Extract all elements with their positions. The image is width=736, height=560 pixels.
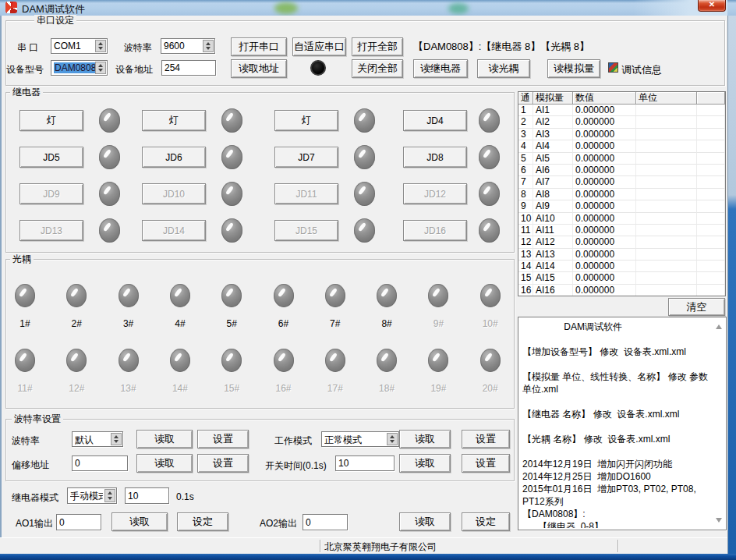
opto-led-15 — [221, 349, 242, 372]
auto-port-button[interactable]: 自适应串口 — [292, 37, 346, 56]
switch-time-input[interactable] — [335, 455, 395, 471]
relay-led-10 — [221, 182, 242, 206]
baud-set-button[interactable]: 设置 — [197, 430, 249, 448]
baud-label: 波特率 — [12, 434, 40, 448]
relay-button-2[interactable]: 灯 — [142, 110, 206, 131]
analog-row-AI13[interactable]: 13AI130.000000 — [518, 249, 725, 261]
relay-button-4[interactable]: JD4 — [403, 110, 467, 131]
debug-info-icon[interactable] — [608, 62, 618, 73]
switch-time-read-button[interactable]: 读取 — [399, 454, 451, 473]
analog-cell — [697, 105, 725, 116]
opto-label-3: 3# — [123, 318, 133, 329]
offset-input[interactable] — [72, 455, 128, 471]
analog-row-AI9[interactable]: 9AI90.000000 — [518, 200, 725, 212]
offset-read-button[interactable]: 读取 — [136, 454, 193, 473]
baudrate-select[interactable]: 9600 — [161, 38, 215, 54]
opto-led-16 — [274, 349, 294, 372]
relay-button-13: JD13 — [19, 220, 83, 241]
work-mode-select[interactable]: 正常模式 — [321, 431, 399, 447]
relay-mode-time-input[interactable] — [125, 487, 169, 504]
dropdown-icon[interactable] — [203, 40, 214, 52]
relay-button-1[interactable]: 灯 — [19, 110, 83, 131]
debug-log-panel[interactable]: DAM调试软件 【增加设备型号】 修改 设备表.xml.xml 【模拟量 单位、… — [518, 317, 727, 530]
open-all-button[interactable]: 打开全部 — [352, 37, 403, 56]
opto-label-19: 19# — [430, 383, 446, 394]
analog-cell — [636, 272, 697, 284]
baud-select[interactable]: 默认 — [72, 431, 123, 447]
opto-row-2: 11#12#13#14#15#16#17#18#19#20# — [6, 349, 514, 403]
analog-row-AI2[interactable]: 2AI20.000000 — [518, 116, 725, 128]
ao2-read-button[interactable]: 读取 — [399, 512, 451, 531]
analog-cell: AI2 — [533, 116, 573, 128]
scroll-up-icon[interactable] — [716, 324, 722, 329]
relay-button-8[interactable]: JD8 — [403, 147, 467, 168]
dropdown-icon[interactable] — [387, 433, 398, 445]
analog-row-AI12[interactable]: 12AI120.000000 — [518, 236, 725, 248]
opto-label-2: 2# — [72, 318, 82, 329]
analog-row-AI3[interactable]: 3AI30.000000 — [518, 129, 725, 140]
analog-row-AI11[interactable]: 11AI110.000000 — [518, 225, 725, 236]
work-mode-set-button[interactable]: 设置 — [462, 430, 510, 448]
debug-info-label[interactable]: 调试信息 — [621, 63, 662, 77]
com-port-select[interactable]: COM1 — [51, 38, 108, 54]
relay-button-5[interactable]: JD5 — [19, 147, 83, 168]
opto-channel-5: 5# — [206, 284, 257, 329]
ao2-set-button[interactable]: 设定 — [462, 512, 510, 531]
offset-set-button[interactable]: 设置 — [197, 454, 249, 473]
ao1-input[interactable] — [56, 514, 101, 530]
col-analog: 模拟量 — [533, 92, 573, 105]
ao1-read-button[interactable]: 读取 — [111, 512, 168, 531]
baud-read-button[interactable]: 读取 — [136, 430, 193, 448]
relay-mode-select[interactable]: 手动模式 — [67, 487, 117, 504]
analog-row-AI5[interactable]: 5AI50.000000 — [518, 153, 725, 165]
close-all-button[interactable]: 关闭全部 — [352, 59, 403, 78]
relay-button-3[interactable]: 灯 — [274, 110, 338, 131]
relay-led-14 — [221, 218, 242, 243]
analog-row-AI16[interactable]: 16AI160.000000 — [518, 285, 725, 296]
opto-channel-8: 8# — [361, 284, 412, 329]
analog-row-AI10[interactable]: 10AI100.000000 — [518, 213, 725, 225]
analog-row-AI4[interactable]: 4AI40.000000 — [518, 140, 725, 152]
read-analog-button[interactable]: 读模拟量 — [547, 59, 600, 78]
analog-cell: 9 — [518, 200, 533, 212]
device-model-select[interactable]: DAM0808 — [51, 60, 108, 76]
analog-cell: 0.000000 — [573, 129, 636, 140]
relay-button-6[interactable]: JD6 — [142, 147, 206, 168]
device-addr-input[interactable] — [161, 60, 216, 76]
app-icon — [5, 2, 17, 13]
opto-led-6 — [274, 284, 294, 307]
relay-button-7[interactable]: JD7 — [274, 147, 338, 168]
ao1-set-button[interactable]: 设定 — [177, 512, 228, 531]
analog-cell — [697, 189, 725, 200]
open-port-button[interactable]: 打开串口 — [231, 37, 287, 56]
analog-cell: AI4 — [533, 140, 573, 152]
dropdown-icon[interactable] — [104, 489, 115, 502]
switch-time-set-button[interactable]: 设置 — [462, 454, 510, 473]
relay-led-2 — [221, 108, 242, 133]
opto-led-11 — [15, 349, 35, 372]
work-mode-read-button[interactable]: 读取 — [399, 430, 451, 448]
model-label: 设备型号 — [6, 63, 44, 76]
analog-row-AI6[interactable]: 6AI60.000000 — [518, 165, 725, 176]
analog-row-AI8[interactable]: 8AI80.000000 — [518, 189, 725, 200]
analog-row-AI15[interactable]: 15AI150.000000 — [518, 272, 725, 284]
close-button[interactable]: ✕ — [698, 0, 726, 12]
opto-led-13 — [119, 349, 139, 372]
read-addr-button[interactable]: 读取地址 — [231, 59, 287, 78]
scroll-down-icon[interactable] — [716, 518, 722, 523]
dropdown-icon[interactable] — [111, 433, 122, 445]
analog-row-AI7[interactable]: 7AI70.000000 — [518, 176, 725, 188]
read-opto-button[interactable]: 读光耦 — [477, 59, 530, 78]
ao2-input[interactable] — [303, 514, 348, 530]
opto-group-title: 光耦 — [10, 253, 34, 264]
clear-log-button[interactable]: 清空 — [668, 298, 725, 316]
analog-row-AI1[interactable]: 1AI10.000000 — [518, 105, 725, 116]
read-relay-button[interactable]: 读继电器 — [413, 59, 468, 78]
analog-cell — [636, 165, 697, 176]
analog-cell: AI1 — [533, 105, 573, 116]
analog-row-AI14[interactable]: 14AI140.000000 — [518, 261, 725, 272]
dropdown-icon[interactable] — [95, 62, 106, 74]
dropdown-icon[interactable] — [95, 40, 106, 52]
analog-cell — [636, 176, 697, 188]
analog-table[interactable]: 通 模拟量 数值 单位 1AI10.0000002AI20.0000003AI3… — [518, 91, 726, 296]
